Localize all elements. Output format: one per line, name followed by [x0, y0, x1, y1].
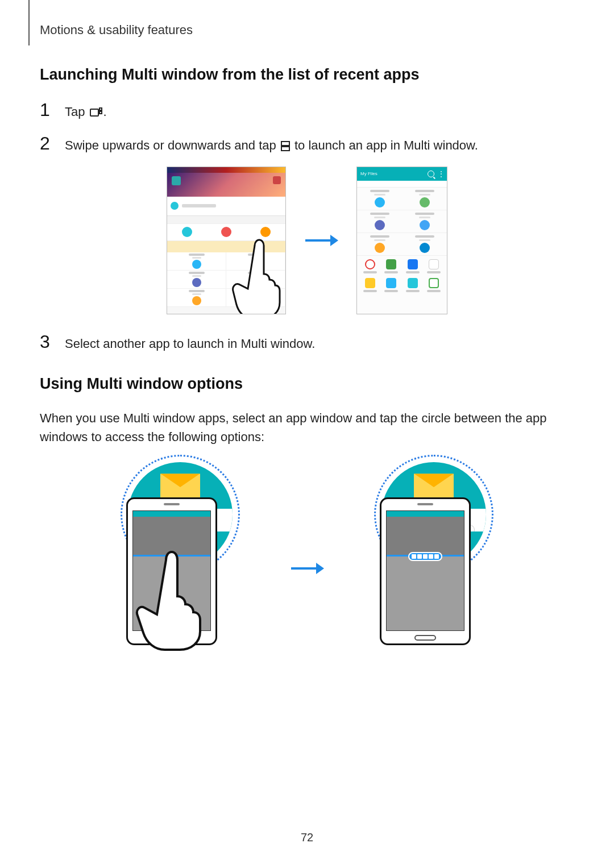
illustration-options-bar: ↺ ⇅ ▢ ▣ ✕	[351, 458, 516, 651]
step-1-text: Tap .	[65, 103, 574, 123]
heading-using-options: Using Multi window options	[40, 375, 574, 393]
step-3-text: Select another app to launch in Multi wi…	[65, 335, 574, 353]
home-button-icon	[414, 635, 436, 641]
email-icon	[414, 474, 454, 500]
multiwindow-options-handle-icon	[408, 552, 442, 561]
svg-rect-4	[281, 147, 289, 151]
page-number: 72	[0, 831, 614, 844]
step-1-post: .	[103, 105, 107, 119]
section-header: Motions & usability features	[40, 23, 574, 38]
step-2-text: Swipe upwards or downwards and tap to la…	[65, 137, 574, 156]
step-2-post: to launch an app in Multi window.	[291, 138, 478, 152]
search-icon	[428, 171, 434, 177]
step-1-number: 1	[40, 99, 55, 121]
svg-rect-2	[99, 111, 102, 114]
step-1: 1 Tap .	[40, 99, 574, 123]
margin-rule	[28, 0, 30, 45]
arrow-right-icon	[303, 232, 339, 249]
svg-marker-8	[316, 563, 324, 574]
phone-outline	[380, 497, 471, 645]
home-button-icon	[161, 635, 182, 641]
illustration-tap-handle	[98, 458, 263, 651]
step-2: 2 Swipe upwards or downwards and tap to …	[40, 133, 574, 156]
step-2-number: 2	[40, 133, 55, 154]
arrow-right-icon	[289, 560, 325, 577]
heading-launching: Launching Multi window from the list of …	[40, 66, 574, 84]
multiwindow-split-icon	[281, 139, 290, 156]
phone-outline	[126, 497, 217, 645]
figure-launch-multiwindow: My Files⋮	[40, 167, 574, 314]
step-3-number: 3	[40, 331, 55, 352]
multiwindow-handle-icon	[168, 553, 175, 560]
svg-rect-0	[90, 109, 98, 116]
step-3: 3 Select another app to launch in Multi …	[40, 331, 574, 353]
recent-apps-icon	[90, 105, 102, 123]
email-icon	[160, 474, 200, 500]
screenshot-app-picker: My Files⋮	[356, 167, 447, 314]
step-1-pre: Tap	[65, 105, 85, 119]
screenshot-recent-apps	[167, 167, 286, 314]
more-icon: ⋮	[438, 171, 445, 177]
svg-rect-1	[99, 108, 102, 110]
figure-multiwindow-options: ↺ ⇅ ▢ ▣ ✕	[40, 458, 574, 651]
svg-marker-6	[330, 235, 338, 246]
svg-rect-3	[281, 142, 289, 146]
para-options: When you use Multi window apps, select a…	[40, 409, 574, 446]
step-2-pre: Swipe upwards or downwards and tap	[65, 138, 276, 152]
